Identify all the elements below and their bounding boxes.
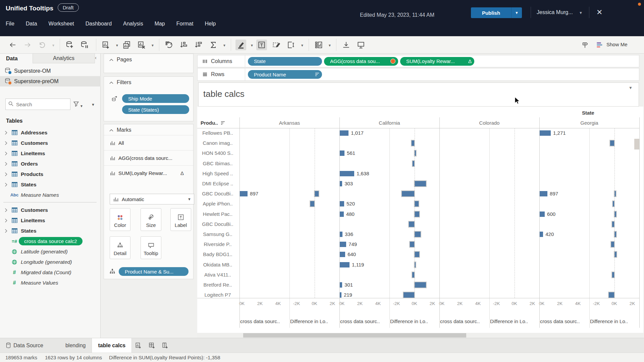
field-item[interactable]: States [0, 226, 100, 236]
field-item[interactable]: =#cross data source calc2 [0, 236, 100, 246]
show-me-bars-icon[interactable] [594, 40, 605, 50]
shelf-pill[interactable]: AGG(cross data sou... [324, 57, 398, 66]
new-worksheet-button[interactable] [132, 338, 145, 353]
field-item[interactable]: #Migrated data (Count) [0, 267, 100, 278]
expand-chevron-icon[interactable] [5, 162, 8, 166]
undo-icon[interactable] [7, 40, 18, 50]
field-item[interactable]: #Measure Values [0, 278, 100, 288]
expand-chevron-icon[interactable] [5, 131, 8, 135]
product-row-label[interactable]: DMI Eclipse .. [197, 179, 238, 189]
sort-descending-icon[interactable] [193, 40, 204, 50]
bar-mark[interactable] [339, 130, 348, 136]
user-menu[interactable]: Jessica Murg... [537, 9, 573, 15]
bar-mark[interactable] [412, 140, 414, 146]
menu-item-file[interactable]: File [6, 21, 14, 27]
mark-layer-row[interactable]: All [104, 135, 193, 150]
menu-item-data[interactable]: Data [26, 21, 37, 27]
bar-mark[interactable] [539, 212, 545, 217]
menu-item-help[interactable]: Help [205, 21, 216, 27]
field-item[interactable]: Products [0, 169, 100, 179]
color-button[interactable]: Color [110, 208, 130, 231]
data-source-item[interactable]: Superstore-preOM [0, 76, 101, 86]
bar-mark[interactable] [239, 191, 248, 196]
product-row-label[interactable]: Hewlett Pac.. [197, 209, 238, 219]
product-row-label[interactable]: GBC Ibimas.. [197, 159, 238, 169]
bar-mark[interactable] [310, 201, 314, 206]
publish-dropdown-caret-icon[interactable]: ▼ [511, 7, 522, 18]
clear-sheet-icon[interactable] [136, 40, 147, 50]
label-button[interactable]: Label [170, 208, 191, 231]
sheet-tab-table-calcs[interactable]: table calcs [92, 338, 132, 353]
field-item[interactable]: Customers [0, 205, 100, 215]
horizontal-scrollbar[interactable] [197, 333, 644, 338]
filter-fields-icon[interactable]: ▼ [73, 101, 83, 109]
product-row-label[interactable]: Okidata MB.. [197, 260, 238, 270]
tab-analytics[interactable]: Analytics [33, 54, 95, 63]
shelf-pill[interactable]: State [248, 57, 322, 66]
highlight-caret-icon[interactable]: ▼ [250, 44, 254, 47]
vertical-scrollbar-thumb[interactable] [634, 139, 639, 149]
bar-mark[interactable] [614, 252, 617, 257]
new-worksheet-icon[interactable] [101, 40, 111, 50]
product-row-label[interactable]: HON 5400 S.. [197, 148, 238, 158]
product-row-label[interactable]: GBC DocuBi.. [197, 189, 238, 199]
expand-chevron-icon[interactable] [5, 172, 8, 176]
bar-mark[interactable] [339, 181, 342, 186]
totals-icon[interactable] [208, 40, 219, 50]
bar-mark[interactable] [339, 212, 344, 217]
presentation-mode-icon[interactable] [356, 40, 366, 50]
field-item[interactable]: States [0, 179, 100, 190]
bar-mark[interactable] [539, 232, 543, 237]
product-row-label[interactable]: Samsung G.. [197, 229, 238, 239]
bar-mark[interactable] [402, 191, 415, 196]
mark-type-dropdown[interactable]: Automatic ▼ [110, 194, 194, 204]
sort-ascending-icon[interactable] [178, 40, 189, 50]
product-row-label[interactable]: High Speed .. [197, 169, 238, 179]
axis-caption-cross[interactable]: cross data sourc.. [339, 318, 389, 324]
product-row-label[interactable]: Riverside P.. [197, 239, 238, 249]
show-mark-labels-icon[interactable] [256, 40, 267, 50]
bar-mark[interactable] [339, 171, 354, 176]
publish-button[interactable]: Publish [471, 7, 511, 18]
clear-sheet-caret-icon[interactable]: ▼ [151, 44, 154, 47]
replay-caret-icon[interactable]: ▼ [52, 44, 55, 47]
collapse-chevron-icon[interactable] [109, 57, 113, 63]
bar-mark[interactable] [539, 191, 547, 196]
bar-mark[interactable] [412, 272, 415, 278]
field-item[interactable]: Orders [0, 159, 100, 169]
size-button[interactable]: Size [141, 208, 161, 231]
fields-menu-caret-icon[interactable]: ▼ [91, 103, 95, 107]
bar-mark[interactable] [415, 181, 426, 186]
field-item[interactable]: Latitude (generated) [0, 246, 100, 257]
highlight-icon[interactable] [235, 40, 246, 50]
show-me-button[interactable]: Show Me [606, 42, 628, 47]
tab-data[interactable]: Data [0, 54, 33, 63]
bar-mark[interactable] [339, 232, 342, 237]
row-field-header[interactable]: Produ.. [201, 120, 225, 126]
axis-caption-diff[interactable]: Difference in Lo.. [389, 318, 439, 324]
bar-mark[interactable] [415, 282, 426, 288]
bar-mark[interactable] [612, 222, 614, 227]
detail-button[interactable]: Detail [110, 236, 130, 259]
search-box[interactable] [5, 99, 70, 110]
tooltip-button[interactable]: Tooltip [141, 236, 161, 259]
new-data-source-icon[interactable] [64, 40, 75, 50]
collapse-chevron-icon[interactable] [109, 127, 113, 133]
axis-caption-cross[interactable]: cross data sourc.. [539, 318, 589, 324]
product-row-label[interactable]: Ativa V411.. [197, 270, 238, 280]
bar-mark[interactable] [415, 201, 419, 206]
bar-mark[interactable] [339, 201, 344, 206]
shelf-pill[interactable]: Product Name [248, 70, 322, 79]
product-row-label[interactable]: Apple iPhon.. [197, 199, 238, 209]
expand-chevron-icon[interactable] [5, 141, 8, 145]
axis-caption-diff[interactable]: Difference in Lo.. [489, 318, 539, 324]
bar-mark[interactable] [315, 191, 319, 196]
product-row-label[interactable]: Bady BDG1.. [197, 249, 238, 259]
product-row-label[interactable]: Canon imag.. [197, 138, 238, 148]
bar-mark[interactable] [539, 130, 551, 136]
collapse-pane-icon[interactable]: ‹ [95, 55, 97, 60]
title-dropdown-caret-icon[interactable]: ▼ [629, 85, 633, 90]
filter-pill[interactable]: Ship Mode [122, 94, 189, 103]
axis-caption-cross[interactable]: cross data sourc.. [439, 318, 489, 324]
replay-icon[interactable] [37, 40, 48, 50]
